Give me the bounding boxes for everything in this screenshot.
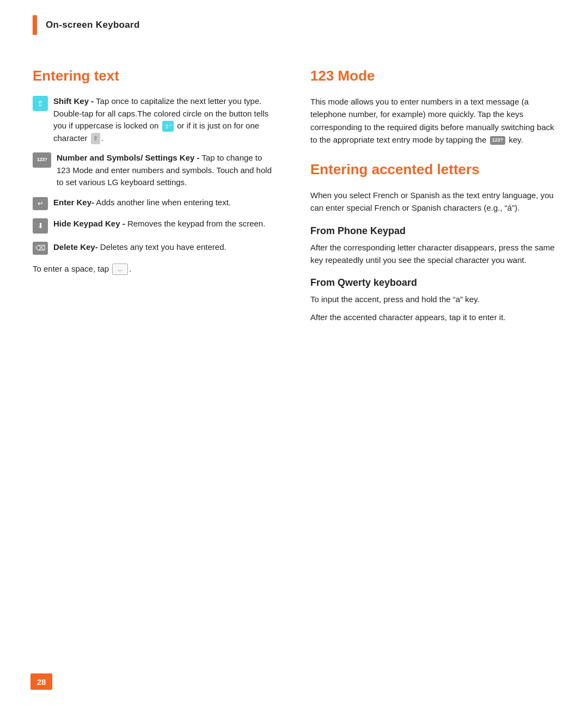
qwerty-description2: After the accented character appears, ta… — [310, 311, 555, 323]
shift-locked-inline-icon: ⇧° — [162, 121, 174, 132]
qwerty-description1: To input the accent, press and hold the … — [310, 293, 555, 305]
list-item: ⇧ Shift Key - Tap once to capitalize the… — [33, 95, 278, 144]
right-column: 123 Mode This mode allows you to enter n… — [310, 68, 555, 329]
entering-text-title: Entering text — [33, 68, 278, 84]
accented-title: Entering accented letters — [310, 161, 555, 178]
orange-bar-decoration — [33, 15, 37, 35]
space-key-inline: ⎵ — [112, 263, 128, 275]
num-key-icon: 123? — [33, 152, 51, 168]
enter-key-text: Enter Key- Adds another line when enteri… — [53, 197, 278, 209]
hide-key-icon: ⬇ — [33, 218, 48, 234]
page-number: 28 — [30, 673, 52, 690]
page-header: On-screen Keyboard — [0, 0, 588, 46]
list-item: ⬇ Hide Keypad Key - Removes the keypad f… — [33, 218, 278, 234]
enter-key-icon: ↵ — [33, 197, 48, 210]
accented-description: When you select French or Spanish as the… — [310, 189, 555, 214]
shift-key-icon: ⇧ — [33, 96, 48, 111]
phone-keypad-description: After the corresponding letter character… — [310, 241, 555, 267]
list-item: 123? Number and Symbols/ Settings Key - … — [33, 152, 278, 189]
keyboard-items-list: ⇧ Shift Key - Tap once to capitalize the… — [33, 95, 278, 255]
space-key-hint: To enter a space, tap ⎵. — [33, 262, 278, 275]
mode-key-inline: 123? — [490, 136, 506, 145]
delete-key-text: Delete Key- Deletes any text you have en… — [53, 241, 278, 254]
num-key-text: Number and Symbols/ Settings Key - Tap t… — [57, 152, 278, 189]
list-item: ⌫ Delete Key- Deletes any text you have … — [33, 241, 278, 255]
hide-key-text: Hide Keypad Key - Removes the keypad fro… — [53, 218, 278, 230]
delete-key-icon: ⌫ — [33, 242, 48, 255]
qwerty-title: From Qwerty keyboard — [310, 277, 555, 289]
main-content: Entering text ⇧ Shift Key - Tap once to … — [0, 46, 588, 362]
page-title: On-screen Keyboard — [46, 20, 140, 30]
list-item: ↵ Enter Key- Adds another line when ente… — [33, 197, 278, 210]
left-column: Entering text ⇧ Shift Key - Tap once to … — [33, 68, 278, 329]
phone-keypad-title: From Phone Keypad — [310, 225, 555, 237]
shift-unlocked-inline-icon: ⇧ — [91, 133, 100, 144]
mode-title: 123 Mode — [310, 68, 555, 84]
mode-description: This mode allows you to enter numbers in… — [310, 95, 555, 146]
shift-key-text: Shift Key - Tap once to capitalize the n… — [53, 95, 278, 144]
